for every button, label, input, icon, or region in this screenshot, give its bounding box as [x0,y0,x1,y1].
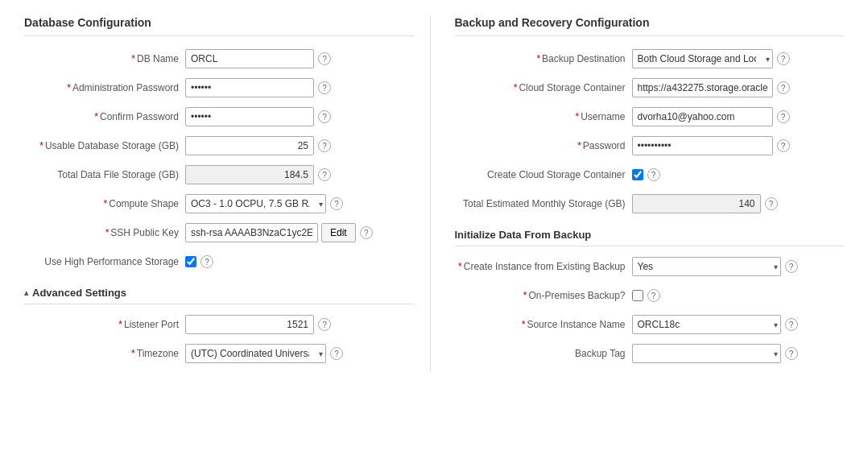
listener-port-label: *Listener Port [24,319,185,330]
required-star: * [523,290,527,301]
backup-password-help-icon[interactable]: ? [777,139,790,152]
on-premises-checkbox[interactable] [632,290,643,301]
create-container-row: Create Cloud Storage Container ? [455,164,845,185]
confirm-password-label: *Confirm Password [24,111,185,122]
db-name-row: *DB Name ? [24,48,414,69]
timezone-row: *Timezone (UTC) Coordinated Universal Ti… [24,343,414,364]
required-star: * [39,140,43,151]
total-data-help-icon[interactable]: ? [318,168,331,181]
backup-tag-wrapper: ▾ [632,344,781,363]
backup-config-title: Backup and Recovery Configuration [455,16,845,36]
create-instance-help-icon[interactable]: ? [785,260,798,273]
username-help-icon[interactable]: ? [777,110,790,123]
create-instance-row: *Create Instance from Existing Backup Ye… [455,256,845,277]
advanced-settings-toggle[interactable]: ▴ Advanced Settings [24,287,414,304]
admin-password-row: *Administration Password ? [24,77,414,98]
backup-tag-select[interactable] [632,344,781,363]
backup-tag-help-icon[interactable]: ? [785,347,798,360]
listener-port-row: *Listener Port ? [24,314,414,335]
ssh-key-input[interactable] [185,223,318,242]
backup-dest-label: *Backup Destination [455,53,632,64]
backup-password-row: *Password ? [455,135,845,156]
high-perf-checkbox[interactable] [185,256,196,267]
required-star: * [514,82,518,93]
high-perf-row: Use High Performance Storage ? [24,251,414,272]
usable-storage-help-icon[interactable]: ? [318,139,331,152]
backup-dest-select[interactable]: Both Cloud Storage and Loca... [632,49,773,68]
advanced-settings-title: Advanced Settings [32,287,126,299]
username-label: *Username [455,111,632,122]
total-data-label: Total Data File Storage (GB) [24,169,185,180]
username-input[interactable] [632,107,773,126]
timezone-wrapper: (UTC) Coordinated Universal Ti... ▾ [185,344,326,363]
ssh-key-input-wrapper: Edit [185,223,356,242]
source-instance-wrapper: ORCL18c ▾ [632,315,781,334]
on-premises-label: *On-Premises Backup? [455,290,632,301]
required-star: * [131,53,135,64]
cloud-storage-help-icon[interactable]: ? [777,81,790,94]
total-monthly-label: Total Estimated Monthly Storage (GB) [455,198,632,209]
listener-port-help-icon[interactable]: ? [318,318,331,331]
compute-shape-select[interactable]: OC3 - 1.0 OCPU, 7.5 GB RAM [185,194,326,213]
usable-storage-row: *Usable Database Storage (GB) ? [24,135,414,156]
edit-button[interactable]: Edit [321,223,356,242]
timezone-select[interactable]: (UTC) Coordinated Universal Ti... [185,344,326,363]
total-monthly-row: Total Estimated Monthly Storage (GB) 140… [455,193,845,214]
confirm-password-input[interactable] [185,107,314,126]
advanced-settings-triangle-icon: ▴ [24,288,28,297]
create-container-help-icon[interactable]: ? [647,168,660,181]
compute-shape-row: *Compute Shape OC3 - 1.0 OCPU, 7.5 GB RA… [24,193,414,214]
required-star: * [536,53,540,64]
total-data-value: 184.5 [185,165,314,184]
confirm-password-help-icon[interactable]: ? [318,110,331,123]
required-star: * [105,227,110,238]
listener-port-input[interactable] [185,315,314,334]
high-perf-help-icon[interactable]: ? [200,255,213,268]
on-premises-row: *On-Premises Backup? ? [455,285,845,306]
create-container-label: Create Cloud Storage Container [455,169,632,180]
backup-dest-row: *Backup Destination Both Cloud Storage a… [455,48,845,69]
backup-tag-row: Backup Tag ▾ ? [455,343,845,364]
timezone-help-icon[interactable]: ? [330,347,343,360]
backup-dest-help-icon[interactable]: ? [777,52,790,65]
left-panel: Database Configuration *DB Name ? *Admin… [24,16,431,372]
required-star: * [458,261,462,272]
required-star: * [575,111,579,122]
source-instance-select[interactable]: ORCL18c [632,315,781,334]
source-instance-help-icon[interactable]: ? [785,318,798,331]
compute-shape-help-icon[interactable]: ? [330,197,343,210]
username-row: *Username ? [455,106,845,127]
db-name-input[interactable] [185,49,314,68]
db-name-label: *DB Name [24,53,185,64]
confirm-password-row: *Confirm Password ? [24,106,414,127]
admin-password-help-icon[interactable]: ? [318,81,331,94]
high-perf-label: Use High Performance Storage [24,256,185,267]
db-name-help-icon[interactable]: ? [318,52,331,65]
ssh-key-label: *SSH Public Key [24,227,185,238]
cloud-storage-input[interactable] [632,78,773,97]
compute-shape-label: *Compute Shape [24,198,185,209]
backup-dest-wrapper: Both Cloud Storage and Loca... ▾ [632,49,773,68]
required-star: * [118,319,122,330]
required-star: * [577,140,581,151]
required-star: * [67,82,71,93]
initialize-backup-title: Initialize Data From Backup [455,229,845,246]
on-premises-help-icon[interactable]: ? [647,289,660,302]
admin-password-input[interactable] [185,78,314,97]
right-panel: Backup and Recovery Configuration *Backu… [447,16,845,372]
backup-password-label: *Password [455,140,632,151]
cloud-storage-row: *Cloud Storage Container ? [455,77,845,98]
ssh-key-help-icon[interactable]: ? [360,226,373,239]
required-star: * [94,111,98,122]
create-container-checkbox[interactable] [632,169,643,180]
backup-tag-label: Backup Tag [455,348,632,359]
usable-storage-input[interactable] [185,136,314,155]
required-star: * [104,198,108,209]
create-instance-select[interactable]: Yes No [632,257,781,276]
create-instance-label: *Create Instance from Existing Backup [455,261,632,272]
total-monthly-help-icon[interactable]: ? [765,197,778,210]
timezone-label: *Timezone [24,348,185,359]
usable-storage-label: *Usable Database Storage (GB) [24,140,185,151]
required-star: * [522,319,526,330]
backup-password-input[interactable] [632,136,773,155]
